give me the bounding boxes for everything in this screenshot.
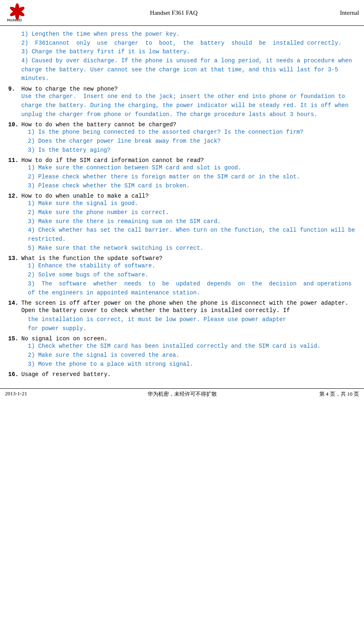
item-10: 10. How to do when the battery cannot be… — [8, 121, 356, 155]
item-16-question: 16. Usage of reserved battery. — [8, 371, 356, 378]
header-internal: Internal — [318, 9, 359, 16]
item-9-text: How to charge the new phone? — [21, 86, 118, 92]
item-11-sub1: 1) Make sure the connection between SIM … — [28, 164, 356, 173]
item-15-text: No signal icon on screen. — [21, 335, 107, 342]
page-footer: 2013-1-21 华为机密，未经许可不得扩散 第 4 页，共 10 页 — [0, 388, 364, 399]
item-14-answer-black: Open the battery cover to check whether … — [21, 306, 356, 315]
item-12-sub5: 5) Make sure that the network switching … — [28, 244, 356, 253]
item-11-question: 11. How to do if the SIM card informatio… — [8, 157, 356, 164]
item-13-num: 13. — [8, 255, 20, 262]
item-16-text: Usage of reserved battery. — [21, 371, 111, 378]
item-16-num: 16. — [8, 371, 20, 378]
item-10-sub3: 3) Is the battery aging? — [28, 146, 356, 155]
item-11-sub3: 3) Please check whether the SIM card is … — [28, 182, 356, 191]
item-11: 11. How to do if the SIM card informatio… — [8, 157, 356, 190]
item-13: 13. What is the function the update soft… — [8, 255, 356, 297]
item-11-sub2: 2) Please check whether there is foreign… — [28, 173, 356, 182]
item-15-sub2: 2) Make sure the signal is covered the a… — [28, 351, 356, 360]
item-12-sub1: 1) Make sure the signal is good. — [28, 199, 356, 208]
item-13-sub3: 3) The software whether needs to be upda… — [28, 280, 356, 297]
item-9-question: 9. How to charge the new phone? — [8, 86, 356, 92]
item-12-text: How to do when unable to make a call? — [21, 193, 149, 199]
header-title: Handset F361 FAQ — [30, 9, 318, 16]
item-15-sub1: 1) Check whether the SIM card has been i… — [28, 342, 356, 351]
item-9-answer: Use the charger. Insert one end to the j… — [21, 92, 356, 119]
item-continuation: 1) Lengthen the time when press the powe… — [8, 30, 356, 83]
item-15-sub3: 3) Move the phone to a place with strong… — [28, 360, 356, 369]
item-14-num: 14. — [8, 300, 20, 306]
huawei-logo: HUAWEI — [5, 2, 30, 23]
item-13-question: 13. What is the function the update soft… — [8, 255, 356, 262]
item-10-sub2: 2) Does the charger power line break awa… — [28, 137, 356, 146]
item-14-text: The screen is off after power on the pho… — [21, 300, 348, 306]
item-12-sub4: 4) Check whether has set the call barrie… — [28, 226, 356, 244]
item-9: 9. How to charge the new phone? Use the … — [8, 86, 356, 119]
item-14-question: 14. The screen is off after power on the… — [8, 300, 356, 306]
item-11-num: 11. — [8, 157, 20, 164]
item-14-sub2: for power supply. — [28, 324, 356, 333]
item-12-sub3: 3) Make sure the there is remaining sum … — [28, 217, 356, 226]
item-13-sub1: 1) Enhance the stability of software. — [28, 262, 356, 271]
item-12-num: 12. — [8, 193, 20, 199]
item-14: 14. The screen is off after power on the… — [8, 300, 356, 333]
item-13-text: What is the function the update software… — [21, 255, 162, 262]
item-11-text: How to do if the SIM card information ca… — [21, 157, 204, 164]
cont-line-4: 4) Caused by over discharge. If the phon… — [21, 57, 356, 83]
cont-line-3: 3) Charge the battery first if it is low… — [21, 48, 356, 57]
item-10-question: 10. How to do when the battery cannot be… — [8, 121, 356, 128]
item-10-sub1: 1) Is the phone being connected to the a… — [28, 128, 356, 137]
footer-date: 2013-1-21 — [5, 390, 27, 398]
main-content: 1) Lengthen the time when press the powe… — [0, 26, 364, 384]
item-14-sub1: the installation is correct, it must be … — [28, 315, 356, 324]
footer-confidential: 华为机密，未经许可不得扩散 — [148, 390, 217, 398]
page-header: HUAWEI Handset F361 FAQ Internal — [0, 0, 364, 26]
item-16: 16. Usage of reserved battery. — [8, 371, 356, 378]
footer-page: 第 4 页，共 10 页 — [319, 390, 359, 398]
cont-line-2: 2) F361cannot only use charger to boot, … — [21, 39, 356, 48]
item-12-question: 12. How to do when unable to make a call… — [8, 193, 356, 199]
svg-text:HUAWEI: HUAWEI — [7, 18, 22, 22]
item-15-question: 15. No signal icon on screen. — [8, 335, 356, 342]
item-15: 15. No signal icon on screen. 1) Check w… — [8, 335, 356, 369]
item-12-sub2: 2) Make sure the phone number is correct… — [28, 208, 356, 217]
item-10-text: How to do when the battery cannot be cha… — [21, 121, 176, 128]
cont-line-1: 1) Lengthen the time when press the powe… — [21, 30, 356, 39]
item-9-num: 9. — [8, 86, 20, 92]
item-10-num: 10. — [8, 121, 20, 128]
item-13-sub2: 2) Solve some bugs of the software. — [28, 271, 356, 280]
item-12: 12. How to do when unable to make a call… — [8, 193, 356, 253]
item-15-num: 15. — [8, 335, 20, 342]
